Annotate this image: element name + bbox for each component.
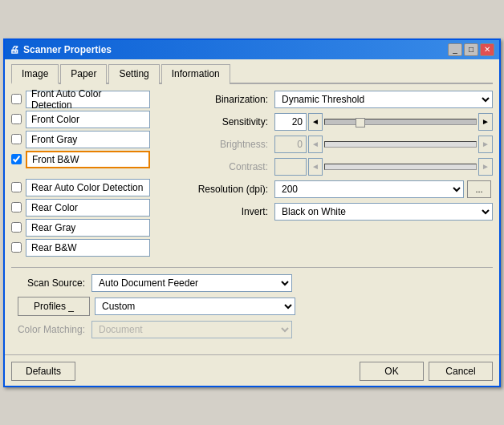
binarization-label: Binarization: xyxy=(178,94,274,105)
binarization-row: Binarization: Dynamic Threshold Fixed Pr… xyxy=(178,91,493,108)
rear-gray-checkbox[interactable] xyxy=(11,222,22,233)
sensitivity-input[interactable] xyxy=(274,113,307,131)
sensitivity-slider-track[interactable] xyxy=(324,119,477,125)
front-gray-row: Front Gray xyxy=(11,131,172,148)
sensitivity-spinner: ◄ ► xyxy=(274,113,493,131)
brightness-spinner: ◄ ► xyxy=(274,136,493,153)
window-title: Scanner Properties xyxy=(23,44,112,55)
defaults-button[interactable]: Defaults xyxy=(11,362,75,381)
color-matching-label: Color Matching: xyxy=(11,324,91,335)
binarization-select[interactable]: Dynamic Threshold Fixed Processing Halft… xyxy=(274,91,493,108)
rear-gray-label[interactable]: Rear Gray xyxy=(26,219,150,237)
titlebar-left: 🖨 Scanner Properties xyxy=(10,44,112,55)
tab-bar: Image Paper Setting Information xyxy=(11,64,493,84)
rear-auto-color-checkbox[interactable] xyxy=(11,182,22,192)
right-panel: Binarization: Dynamic Threshold Fixed Pr… xyxy=(178,91,493,259)
sensitivity-label: Sensitivity: xyxy=(178,116,274,128)
window-icon: 🖨 xyxy=(10,44,19,55)
contrast-slider-track xyxy=(324,164,477,170)
contrast-input xyxy=(274,158,307,176)
brightness-label: Brightness: xyxy=(178,139,274,150)
resolution-row: Resolution (dpi): 200 300 400 600 ... xyxy=(178,180,493,198)
front-bw-row: Front B&W xyxy=(11,151,172,168)
binarization-control: Dynamic Threshold Fixed Processing Halft… xyxy=(274,91,493,108)
scan-source-label: Scan Source: xyxy=(11,277,91,289)
rear-gray-row: Rear Gray xyxy=(11,219,172,237)
resolution-dots-button[interactable]: ... xyxy=(467,180,491,198)
color-matching-row: Color Matching: Document xyxy=(11,321,493,338)
invert-label: Invert: xyxy=(178,206,274,217)
contrast-control: ◄ ► xyxy=(274,158,493,176)
contrast-right-btn: ► xyxy=(478,158,493,176)
scan-source-row: Scan Source: Auto Document Feeder Flatbe… xyxy=(11,274,493,292)
rear-auto-color-row: Rear Auto Color Detection xyxy=(11,179,172,196)
sensitivity-right-btn[interactable]: ► xyxy=(478,113,493,131)
tab-image[interactable]: Image xyxy=(11,64,59,84)
color-matching-select: Document xyxy=(91,321,292,338)
brightness-right-btn: ► xyxy=(478,136,493,153)
rear-auto-color-label[interactable]: Rear Auto Color Detection xyxy=(26,179,150,196)
contrast-left-btn: ◄ xyxy=(308,158,323,176)
resolution-inner: 200 300 400 600 ... xyxy=(274,180,493,198)
brightness-row: Brightness: ◄ ► xyxy=(178,136,493,153)
brightness-slider-track xyxy=(324,141,477,148)
tab-information[interactable]: Information xyxy=(161,64,230,84)
rear-color-checkbox[interactable] xyxy=(11,202,22,212)
front-gray-label[interactable]: Front Gray xyxy=(26,131,150,148)
rear-color-row: Rear Color xyxy=(11,199,172,217)
profiles-button[interactable]: Profiles _ xyxy=(18,297,90,316)
invert-select[interactable]: Black on White White on Black Black whit… xyxy=(274,203,493,221)
front-auto-color-checkbox[interactable] xyxy=(11,94,22,104)
footer-right: OK Cancel xyxy=(360,362,493,381)
invert-row: Invert: Black on White White on Black Bl… xyxy=(178,203,493,221)
minimize-button[interactable]: _ xyxy=(448,43,462,56)
tab-setting[interactable]: Setting xyxy=(108,64,159,84)
contrast-label: Contrast: xyxy=(178,161,274,172)
rear-bw-label[interactable]: Rear B&W xyxy=(26,239,150,257)
maximize-button[interactable]: □ xyxy=(464,43,478,56)
tab-paper[interactable]: Paper xyxy=(60,64,107,84)
front-gray-checkbox[interactable] xyxy=(11,134,22,144)
brightness-left-btn: ◄ xyxy=(308,136,323,153)
contrast-row: Contrast: ◄ ► xyxy=(178,158,493,176)
brightness-input xyxy=(274,136,307,153)
scan-source-select[interactable]: Auto Document Feeder Flatbed ADF (Front … xyxy=(91,274,292,292)
content-area: Image Paper Setting Information Front Au… xyxy=(5,59,499,350)
front-bw-checkbox[interactable] xyxy=(11,154,22,164)
titlebar: 🖨 Scanner Properties _ □ ✕ xyxy=(5,40,499,59)
sensitivity-control: ◄ ► xyxy=(274,113,493,131)
front-bw-label[interactable]: Front B&W xyxy=(26,151,150,168)
front-color-row: Front Color xyxy=(11,111,172,128)
sensitivity-row: Sensitivity: ◄ ► xyxy=(178,113,493,131)
sensitivity-left-btn[interactable]: ◄ xyxy=(308,113,323,131)
rear-bw-row: Rear B&W xyxy=(11,239,172,257)
resolution-select[interactable]: 200 300 400 600 xyxy=(274,180,464,198)
ok-button[interactable]: OK xyxy=(360,362,424,381)
close-button[interactable]: ✕ xyxy=(480,43,494,56)
left-panel: Front Auto Color Detection Front Color F… xyxy=(11,91,172,259)
front-auto-color-label[interactable]: Front Auto Color Detection xyxy=(26,91,150,108)
main-area: Front Auto Color Detection Front Color F… xyxy=(11,91,493,259)
profiles-row: Profiles _ Custom Default Fax xyxy=(11,297,493,316)
front-color-checkbox[interactable] xyxy=(11,114,22,124)
cancel-button[interactable]: Cancel xyxy=(429,362,493,381)
resolution-control: 200 300 400 600 ... xyxy=(274,180,493,198)
resolution-label: Resolution (dpi): xyxy=(178,184,274,195)
sensitivity-slider-thumb xyxy=(356,118,365,128)
profiles-select[interactable]: Custom Default Fax xyxy=(95,298,295,315)
front-color-label[interactable]: Front Color xyxy=(26,111,150,128)
scanner-properties-window: 🖨 Scanner Properties _ □ ✕ Image Paper S… xyxy=(3,38,501,387)
rear-color-label[interactable]: Rear Color xyxy=(26,199,150,217)
contrast-spinner: ◄ ► xyxy=(274,158,493,176)
front-auto-color-row: Front Auto Color Detection xyxy=(11,91,172,108)
invert-control: Black on White White on Black Black whit… xyxy=(274,203,493,221)
titlebar-controls: _ □ ✕ xyxy=(448,43,494,56)
bottom-area: Scan Source: Auto Document Feeder Flatbe… xyxy=(11,267,493,338)
rear-bw-checkbox[interactable] xyxy=(11,242,22,253)
footer: Defaults OK Cancel xyxy=(5,354,499,386)
brightness-control: ◄ ► xyxy=(274,136,493,153)
